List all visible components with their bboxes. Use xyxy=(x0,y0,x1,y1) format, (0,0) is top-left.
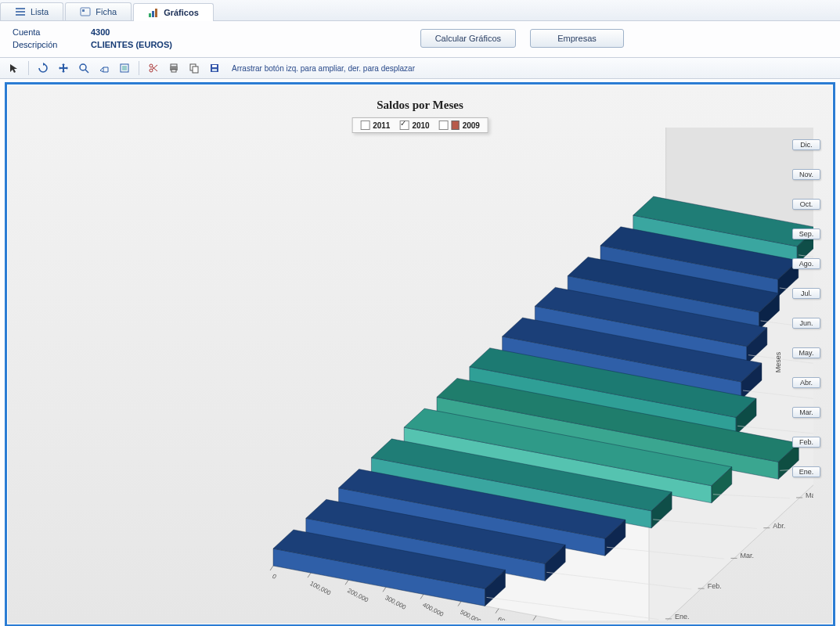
svg-rect-4 xyxy=(82,9,85,12)
month-button[interactable]: Jul. xyxy=(792,288,820,299)
depth-icon[interactable] xyxy=(95,59,114,77)
calcular-button[interactable]: Calcular Gráficos xyxy=(420,29,516,48)
svg-line-59 xyxy=(420,594,424,599)
pointer-icon[interactable] xyxy=(5,59,23,77)
svg-text:Ene.: Ene. xyxy=(675,613,690,621)
cuenta-value: 4300 xyxy=(91,27,172,37)
svg-text:600,000: 600,000 xyxy=(496,616,520,621)
chart-frame: Saldos por Meses 2011 2010 2009 Dic.Nov.… xyxy=(5,82,835,626)
month-button[interactable]: Jun. xyxy=(792,318,820,329)
list-icon xyxy=(15,6,26,17)
svg-text:Mar.: Mar. xyxy=(741,552,755,559)
month-button[interactable]: Ene. xyxy=(792,466,820,477)
svg-rect-22 xyxy=(212,65,217,67)
print-icon[interactable] xyxy=(164,59,183,77)
account-info: Cuenta 4300 Descripción CLIENTES (EUROS) xyxy=(13,27,172,49)
svg-text:0: 0 xyxy=(271,573,278,581)
svg-line-65 xyxy=(533,616,536,621)
svg-text:May.: May. xyxy=(806,491,813,499)
svg-rect-18 xyxy=(171,70,176,72)
svg-line-57 xyxy=(383,587,386,592)
svg-rect-0 xyxy=(16,8,25,9)
svg-text:400,000: 400,000 xyxy=(421,601,445,618)
month-buttons: Dic.Nov.Oct.Sep.Ago.Jul.Jun.May.Abr.Mar.… xyxy=(792,139,820,477)
svg-line-9 xyxy=(85,70,88,73)
svg-rect-1 xyxy=(16,11,25,13)
month-button[interactable]: Oct. xyxy=(792,199,820,210)
card-icon xyxy=(80,6,91,17)
z-axis-label: Meses xyxy=(775,352,783,373)
svg-line-55 xyxy=(345,580,348,585)
toolbar-separator xyxy=(28,61,29,75)
refresh-icon[interactable] xyxy=(34,59,52,77)
svg-text:500,000: 500,000 xyxy=(459,608,482,621)
month-button[interactable]: Mar. xyxy=(792,407,820,418)
tab-lista[interactable]: Lista xyxy=(0,2,63,20)
month-button[interactable]: Abr. xyxy=(792,377,820,388)
scissors-icon[interactable] xyxy=(144,59,163,77)
chart-title: Saldos por Meses xyxy=(7,99,833,112)
month-button[interactable]: Dic. xyxy=(792,139,820,150)
cuenta-label: Cuenta xyxy=(13,27,83,37)
month-button[interactable]: Nov. xyxy=(792,169,820,180)
descripcion-value: CLIENTES (EUROS) xyxy=(91,40,172,49)
tab-ficha[interactable]: Ficha xyxy=(65,2,132,20)
month-button[interactable]: Feb. xyxy=(792,437,820,448)
tab-label: Lista xyxy=(31,7,49,16)
svg-text:Abr.: Abr. xyxy=(773,522,785,530)
month-button[interactable]: Sep. xyxy=(792,228,820,239)
move-icon[interactable] xyxy=(54,59,73,77)
svg-rect-2 xyxy=(16,14,25,16)
toolbar-hint: Arrastrar botón izq. para ampliar, der. … xyxy=(232,64,415,73)
svg-text:200,000: 200,000 xyxy=(346,587,370,604)
month-button[interactable]: May. xyxy=(792,347,820,358)
svg-rect-6 xyxy=(152,11,154,17)
tab-graficos[interactable]: Gráficos xyxy=(133,3,214,21)
save-icon[interactable] xyxy=(205,59,224,77)
chart-3d[interactable]: Dic.Nov.Oct.Sep.Ago.Jul.Jun.May.Abr.Mar.… xyxy=(15,128,813,621)
svg-line-51 xyxy=(270,566,273,570)
svg-rect-11 xyxy=(122,66,127,70)
svg-line-53 xyxy=(308,573,311,577)
chart-toolbar: Arrastrar botón izq. para ampliar, der. … xyxy=(0,57,840,79)
style-icon[interactable] xyxy=(115,59,134,77)
svg-line-63 xyxy=(496,609,499,613)
chart-icon xyxy=(148,7,159,18)
copy-icon[interactable] xyxy=(185,59,204,77)
svg-rect-3 xyxy=(81,8,90,16)
svg-text:100,000: 100,000 xyxy=(308,580,332,597)
svg-rect-23 xyxy=(212,69,217,71)
svg-text:Feb.: Feb. xyxy=(708,582,722,590)
header-row: Cuenta 4300 Descripción CLIENTES (EUROS)… xyxy=(0,21,840,57)
tab-bar: Lista Ficha Gráficos xyxy=(0,0,840,21)
svg-line-61 xyxy=(458,602,461,606)
svg-text:300,000: 300,000 xyxy=(384,594,407,611)
descripcion-label: Descripción xyxy=(13,40,83,49)
svg-rect-16 xyxy=(171,64,177,67)
tab-label: Gráficos xyxy=(164,8,199,17)
svg-rect-7 xyxy=(155,9,157,17)
toolbar-separator xyxy=(139,61,139,75)
empresas-button[interactable]: Empresas xyxy=(530,29,624,48)
tab-label: Ficha xyxy=(96,7,117,16)
header-buttons: Calcular Gráficos Empresas xyxy=(420,29,827,48)
svg-point-8 xyxy=(80,64,86,70)
month-button[interactable]: Ago. xyxy=(792,258,820,269)
zoom-icon[interactable] xyxy=(74,59,93,77)
svg-rect-20 xyxy=(193,67,198,73)
svg-rect-5 xyxy=(149,13,151,17)
